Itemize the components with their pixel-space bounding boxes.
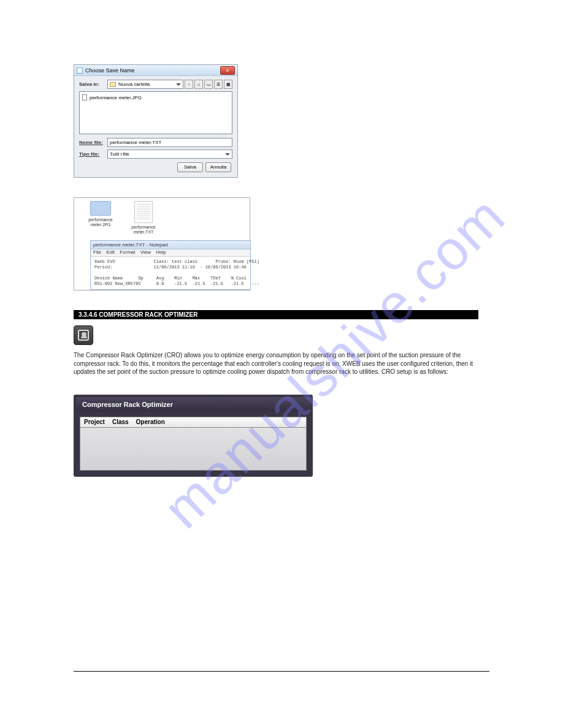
menu-operation[interactable]: Operation (136, 419, 165, 425)
filetype-value: Tutti i file (110, 151, 129, 157)
chevron-down-icon (225, 153, 230, 156)
filetype-dropdown[interactable]: Tutti i file (107, 150, 232, 159)
file-txt[interactable]: performance meter.TXT (128, 201, 159, 235)
save-button[interactable]: Salva (177, 162, 203, 172)
chevron-down-icon (176, 83, 181, 86)
file-name: performance meter.JPG (90, 95, 142, 100)
menu-class[interactable]: Class (112, 419, 129, 425)
close-button[interactable]: × (220, 66, 235, 75)
section-heading: 3.3.4.6 COMPRESSOR RACK OPTIMIZER (74, 310, 478, 319)
person-icon (78, 330, 89, 341)
filename-input[interactable]: performance meter.TXT (107, 138, 232, 147)
file-item[interactable]: performance meter.JPG (82, 94, 229, 100)
save-dialog: Choose Save Name × Salva in: Nuova carte… (74, 64, 238, 178)
section-body-text: The Compressor Rack Optimizer (CRO) allo… (74, 351, 478, 376)
file-label: performance meter.JPG (85, 218, 116, 228)
dialog-title: Choose Save Name (85, 67, 135, 74)
footer-rule (74, 671, 489, 672)
menu-project[interactable]: Project (84, 419, 105, 425)
details-view-button[interactable]: ▦ (224, 80, 232, 89)
up-folder-button[interactable]: ↑ (185, 80, 193, 89)
cro-canvas (80, 428, 307, 471)
dialog-titlebar[interactable]: Choose Save Name × (74, 65, 237, 76)
image-thumb-icon (90, 201, 111, 216)
home-button[interactable]: ⌂ (194, 80, 203, 89)
notepad-content[interactable]: Xweb EVO Class: test class Probe: Room (… (91, 257, 250, 289)
filetype-label: Tipo file: (79, 151, 107, 157)
file-explorer-preview: performance meter.JPG performance meter.… (74, 197, 250, 290)
notepad-titlebar[interactable]: performance meter.TXT - Notepad (91, 241, 250, 249)
folder-dropdown[interactable]: Nuova cartella (107, 80, 183, 89)
filename-label: Nome file: (79, 140, 107, 145)
folder-icon (110, 82, 116, 87)
menu-help[interactable]: Help (156, 249, 166, 255)
menu-file[interactable]: File (93, 249, 101, 255)
menu-view[interactable]: View (140, 249, 151, 255)
cro-menubar[interactable]: Project Class Operation (80, 417, 307, 428)
notepad-window: performance meter.TXT - Notepad File Edi… (90, 240, 251, 290)
menu-format[interactable]: Format (120, 249, 135, 255)
cro-launch-button[interactable] (74, 325, 93, 345)
cancel-button[interactable]: Annulla (205, 162, 231, 172)
list-view-button[interactable]: ☰ (214, 80, 223, 89)
cro-titlebar[interactable]: Compressor Rack Optimizer (76, 397, 310, 412)
save-in-label: Salva in: (79, 82, 107, 87)
java-icon (77, 67, 83, 74)
file-jpg[interactable]: performance meter.JPG (85, 201, 116, 235)
file-list[interactable]: performance meter.JPG (79, 91, 232, 134)
folder-name: Nuova cartella (118, 82, 150, 87)
new-folder-button[interactable]: ▭ (204, 80, 213, 89)
file-icon (82, 94, 87, 100)
text-thumb-icon (134, 201, 153, 223)
cro-window: Compressor Rack Optimizer Project Class … (74, 395, 313, 477)
menu-edit[interactable]: Edit (106, 249, 115, 255)
file-label: performance meter.TXT (128, 225, 159, 235)
notepad-menu[interactable]: File Edit Format View Help (91, 249, 250, 257)
